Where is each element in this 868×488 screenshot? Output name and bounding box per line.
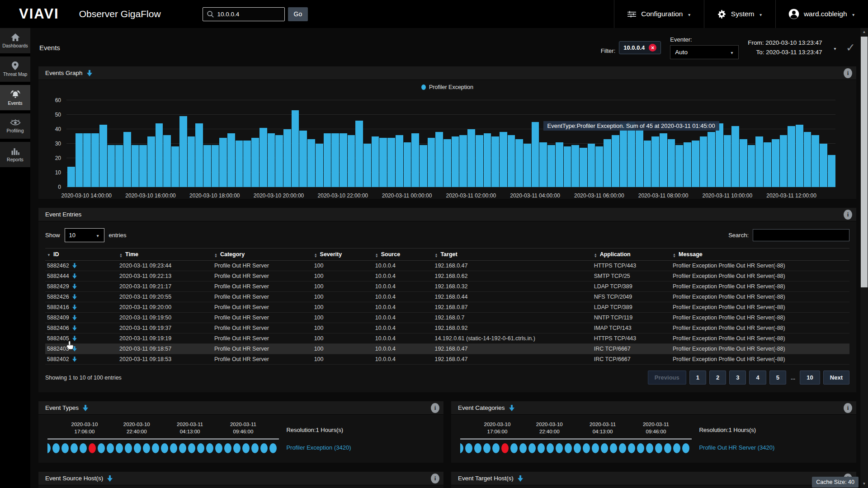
bar[interactable] xyxy=(379,138,387,187)
download-icon[interactable] xyxy=(509,405,514,411)
timeline-dot[interactable] xyxy=(47,443,51,453)
sidebar-item-threat-map[interactable]: Threat Map xyxy=(0,56,30,82)
bar[interactable] xyxy=(292,110,299,187)
bar[interactable] xyxy=(387,138,395,187)
event-types-legend-link[interactable]: Profiler Exception (3420) xyxy=(286,444,437,451)
bar[interactable] xyxy=(316,144,323,187)
bar[interactable] xyxy=(700,136,708,187)
bar[interactable] xyxy=(692,141,699,187)
bar[interactable] xyxy=(156,123,163,187)
bar[interactable] xyxy=(115,145,123,187)
bar[interactable] xyxy=(731,126,739,187)
bar[interactable] xyxy=(283,129,291,187)
bar[interactable] xyxy=(179,116,187,187)
column-header-severity[interactable]: Severity xyxy=(312,249,373,261)
timeline-dot[interactable] xyxy=(206,443,213,453)
bar[interactable] xyxy=(108,145,115,187)
bar[interactable] xyxy=(796,125,803,187)
page-button-1[interactable]: 1 xyxy=(689,371,706,385)
user-menu[interactable]: ward.cobleigh xyxy=(775,0,868,28)
bar[interactable] xyxy=(324,133,331,187)
bar[interactable] xyxy=(748,145,755,187)
previous-page-button[interactable]: Previous xyxy=(648,371,686,385)
bar[interactable] xyxy=(99,125,107,187)
bar[interactable] xyxy=(195,123,203,187)
timeline-dot[interactable] xyxy=(260,443,268,453)
download-icon[interactable] xyxy=(72,325,77,330)
page-button-5[interactable]: 5 xyxy=(769,371,786,385)
configuration-menu[interactable]: Configuration xyxy=(614,0,704,28)
table-row[interactable]: 58824292020-03-11 09:21:17Profile Out HR… xyxy=(45,282,849,292)
bar[interactable] xyxy=(612,135,619,187)
table-row[interactable]: 58824052020-03-11 09:19:19Profile Out HR… xyxy=(45,333,849,344)
timeline-dot[interactable] xyxy=(215,443,222,453)
system-menu[interactable]: System xyxy=(704,0,775,28)
bar[interactable] xyxy=(219,138,227,187)
timeline-dot[interactable] xyxy=(188,443,195,453)
bar[interactable] xyxy=(500,132,507,187)
bar[interactable] xyxy=(259,128,267,187)
bar[interactable] xyxy=(539,142,547,187)
scroll-up-icon[interactable] xyxy=(860,28,868,36)
bar[interactable] xyxy=(772,139,779,187)
global-search-box[interactable] xyxy=(203,7,285,21)
timeline-dot-alert[interactable] xyxy=(89,443,96,453)
scroll-down-icon[interactable] xyxy=(860,480,868,488)
bar[interactable] xyxy=(227,133,235,187)
events-bar-chart[interactable]: 0102030405060 2020-03-10 14:00:002020-03… xyxy=(66,91,835,199)
timeline-dot[interactable] xyxy=(242,443,250,453)
go-button[interactable]: Go xyxy=(288,7,308,21)
timeline-dot[interactable] xyxy=(547,443,554,453)
timeline-dot[interactable] xyxy=(71,443,78,453)
timeline-dot[interactable] xyxy=(52,443,60,453)
column-header-source[interactable]: Source xyxy=(373,249,433,261)
bar[interactable] xyxy=(340,133,347,187)
timeline-dot[interactable] xyxy=(673,443,680,453)
bar[interactable] xyxy=(275,135,283,187)
bar[interactable] xyxy=(75,133,83,187)
page-button-3[interactable]: 3 xyxy=(729,371,746,385)
timeline-dot[interactable] xyxy=(98,443,105,453)
bar[interactable] xyxy=(188,136,195,187)
bar[interactable] xyxy=(467,129,475,187)
timeline-dot[interactable] xyxy=(483,443,491,453)
sidebar-item-reports[interactable]: Reports xyxy=(0,142,30,167)
download-icon[interactable] xyxy=(72,315,77,320)
bar[interactable] xyxy=(476,135,483,187)
download-icon[interactable] xyxy=(72,273,77,278)
bar[interactable] xyxy=(251,138,259,187)
bar[interactable] xyxy=(636,129,643,187)
bar[interactable] xyxy=(355,121,363,187)
bar[interactable] xyxy=(372,136,379,187)
bar[interactable] xyxy=(83,133,91,187)
global-search-input[interactable] xyxy=(217,11,281,18)
download-icon[interactable] xyxy=(83,405,88,411)
bar[interactable] xyxy=(580,148,587,187)
timeline-dot[interactable] xyxy=(161,443,168,453)
timeline-dot[interactable] xyxy=(170,443,177,453)
bar[interactable] xyxy=(604,139,611,187)
page-button-10[interactable]: 10 xyxy=(800,371,820,385)
bar[interactable] xyxy=(556,142,563,187)
download-icon[interactable] xyxy=(518,475,523,482)
time-range-selector[interactable]: From: 2020-03-10 13:23:47 To: 2020-03-11… xyxy=(748,38,822,57)
bar[interactable] xyxy=(564,146,571,187)
timeline-dot[interactable] xyxy=(152,443,159,453)
table-row[interactable]: 58824062020-03-11 09:19:37Profile Out HR… xyxy=(45,323,849,333)
bar[interactable] xyxy=(828,155,835,187)
timeline-dot[interactable] xyxy=(556,443,563,453)
bar[interactable] xyxy=(668,139,675,187)
timeline-dot[interactable] xyxy=(224,443,231,453)
table-row[interactable]: 58824262020-03-11 09:20:55Profile Out HR… xyxy=(45,292,849,302)
page-size-select[interactable]: 10 xyxy=(65,228,104,242)
bar[interactable] xyxy=(236,141,243,187)
timeline-dot[interactable] xyxy=(125,443,132,453)
info-icon[interactable] xyxy=(431,474,439,483)
info-icon[interactable] xyxy=(844,68,852,78)
bar[interactable] xyxy=(724,135,731,187)
bar[interactable] xyxy=(443,139,451,187)
bar[interactable] xyxy=(524,144,531,187)
filter-chip[interactable]: 10.0.0.4 xyxy=(619,41,661,54)
table-row[interactable]: 58824032020-03-11 09:18:57Profile Out HR… xyxy=(45,344,849,354)
timeline-dot[interactable] xyxy=(628,443,635,453)
